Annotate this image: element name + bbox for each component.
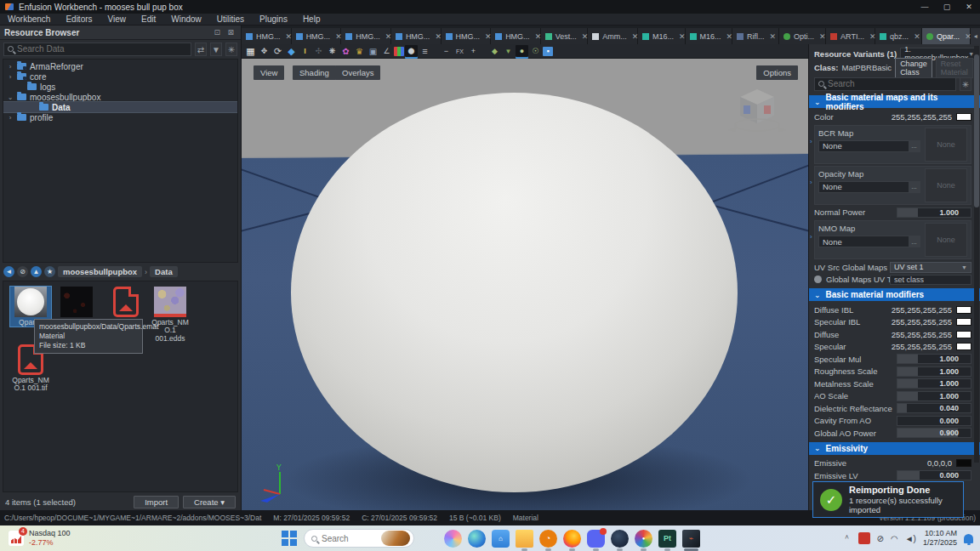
property-slider[interactable]: 1.000 — [897, 366, 971, 377]
expander-icon[interactable]: › — [7, 114, 14, 122]
grid-icon[interactable]: ▦ — [244, 45, 257, 57]
menu-item[interactable]: Window — [163, 14, 209, 24]
angle-icon[interactable]: ∠ — [380, 45, 393, 57]
menu-item[interactable]: Editors — [58, 14, 100, 24]
panel-window-icons[interactable]: ⊡ ⊠ — [214, 28, 236, 37]
firefox-icon[interactable] — [563, 530, 581, 548]
discord-icon[interactable] — [587, 530, 605, 548]
tab-close-icon[interactable]: ✕ — [819, 32, 826, 41]
tab-close-icon[interactable]: ✕ — [726, 32, 733, 41]
color-swatch[interactable] — [956, 331, 971, 338]
set-class-field[interactable]: set class — [890, 275, 971, 285]
color-value[interactable]: 255,255,255,255 — [892, 330, 952, 339]
color-swatch[interactable] — [956, 306, 971, 314]
crown-icon[interactable]: ♛ — [353, 45, 366, 57]
expander-icon[interactable]: ⌄ — [7, 94, 14, 101]
tab-hmg-5[interactable]: HMG... ✕ — [442, 28, 492, 44]
mouse-icon[interactable]: ⬤ — [405, 45, 418, 57]
fx-icon[interactable]: FX — [453, 45, 466, 57]
maximize-button[interactable]: ▢ — [936, 3, 958, 11]
tree-item-armareforger[interactable]: › ArmaReforger — [3, 61, 237, 71]
file-card-image-file[interactable] — [105, 287, 146, 319]
up-button[interactable]: ▲ — [31, 266, 42, 277]
store-icon[interactable]: ⌂ — [492, 530, 510, 548]
tab-m16-2[interactable]: M16... ✕ — [686, 28, 733, 44]
menu-item[interactable]: Edit — [134, 14, 163, 24]
tab-m16-1[interactable]: M16... ✕ — [638, 28, 686, 44]
volume-icon[interactable]: ◄) — [905, 534, 916, 543]
color-value[interactable]: 255,255,255,255 — [892, 342, 952, 351]
color-value[interactable]: 255,255,255,255 — [892, 305, 952, 315]
enfusion-app-icon[interactable]: ⌁ — [682, 530, 700, 548]
swap-icon[interactable]: ⇄ — [195, 43, 207, 56]
expander-icon[interactable]: › — [810, 179, 812, 186]
gear-icon[interactable]: ✳ — [225, 43, 237, 56]
start-button[interactable] — [281, 530, 298, 547]
tree-item-profile[interactable]: › profile — [3, 112, 237, 122]
edge-icon[interactable] — [468, 530, 486, 548]
tab-hmg-1[interactable]: HMG... ✕ — [242, 28, 292, 44]
blocked-button[interactable]: ⊘ — [17, 266, 28, 277]
tab-opti[interactable]: Opti... ✕ — [779, 28, 826, 44]
tree-item-core[interactable]: › core — [3, 71, 237, 82]
nmo-map-field[interactable]: None ... — [818, 236, 920, 247]
color-swatch[interactable] — [956, 318, 971, 326]
tab-scroll-button[interactable]: ◂ — [971, 28, 980, 44]
menu-item[interactable]: Help — [295, 14, 328, 24]
tab-hmg-6[interactable]: HMG... ✕ — [491, 28, 541, 44]
tab-amm[interactable]: Amm... ✕ — [588, 28, 638, 44]
tab-close-icon[interactable]: ✕ — [679, 32, 686, 41]
expander-icon[interactable]: › — [810, 233, 812, 241]
property-slider[interactable]: 0.900 — [897, 428, 971, 438]
import-button[interactable]: Import — [134, 496, 179, 508]
menu-item[interactable]: Plugins — [252, 14, 295, 24]
color-value[interactable]: 255,255,255,255 — [892, 112, 952, 122]
opacity-map-field[interactable]: None ... — [818, 181, 920, 193]
plane-icon[interactable]: ◆ — [488, 45, 501, 57]
move-icon[interactable]: ✥ — [258, 45, 271, 57]
menu-item[interactable]: Workbench — [0, 14, 58, 24]
expander-icon[interactable]: › — [7, 73, 14, 81]
browse-button[interactable]: ... — [909, 182, 920, 192]
browse-button[interactable]: ... — [909, 141, 920, 151]
cube-icon[interactable]: ◆ — [285, 45, 298, 57]
wifi-icon[interactable]: ◠ — [891, 534, 898, 543]
tab-qbz[interactable]: qbz... ✕ — [875, 28, 922, 44]
shading-button[interactable]: Shading — [293, 65, 336, 80]
create-button[interactable]: Create ▾ — [183, 496, 236, 508]
expander-icon[interactable]: › — [810, 138, 812, 145]
photoshop-icon[interactable]: Pt — [658, 530, 676, 548]
section-modifiers-header[interactable]: ⌄ Basic material modifiers — [809, 288, 980, 301]
navigation-gizmo[interactable] — [725, 82, 789, 137]
breadcrumb-root[interactable]: moosesbullpupbox — [58, 266, 142, 277]
inspector-scrollbar[interactable] — [974, 46, 979, 463]
paw-icon[interactable]: ❋ — [326, 45, 339, 57]
tree-item-moosesbullpupbox[interactable]: ⌄ moosesbullpupbox — [3, 92, 237, 102]
copilot-icon[interactable] — [444, 530, 462, 548]
overlays-button[interactable]: Overlays — [335, 65, 380, 80]
property-slider[interactable]: 1.000 — [897, 354, 971, 364]
property-slider[interactable]: 1.000 — [897, 378, 971, 389]
zoom-in-icon[interactable]: + — [467, 45, 480, 57]
amd-software-icon[interactable] — [858, 532, 870, 544]
bone-icon[interactable]: ✣ — [312, 45, 325, 57]
reset-material-button[interactable]: Reset Material — [936, 58, 973, 78]
taskbar-search[interactable] — [304, 529, 414, 548]
tab-close-icon[interactable]: ✕ — [582, 32, 589, 41]
search-box[interactable] — [3, 43, 191, 56]
gear-icon[interactable]: ✳ — [960, 77, 971, 91]
filter-icon[interactable]: ▼ — [210, 43, 222, 56]
save-icon[interactable]: ▪ — [543, 47, 553, 56]
tab-hmg-4[interactable]: HMG... ✕ — [391, 28, 442, 44]
inspector-search-box[interactable] — [814, 77, 956, 91]
property-slider[interactable]: 1.000 — [897, 391, 971, 401]
rotate-icon[interactable]: ⟳ — [271, 45, 284, 57]
terrain-icon[interactable]: ▼ — [502, 45, 515, 57]
expander-icon[interactable]: › — [7, 63, 14, 71]
menu-item[interactable]: Utilities — [209, 14, 252, 24]
viewport-3d[interactable]: View Shading Overlays Options Y — [242, 59, 808, 510]
minimize-button[interactable]: — — [914, 3, 936, 11]
tab-close-icon[interactable]: ✕ — [770, 32, 777, 41]
section-maps-header[interactable]: ⌄ Basic material maps and its modifiers — [809, 95, 980, 108]
notification-bell-icon[interactable] — [964, 534, 973, 543]
